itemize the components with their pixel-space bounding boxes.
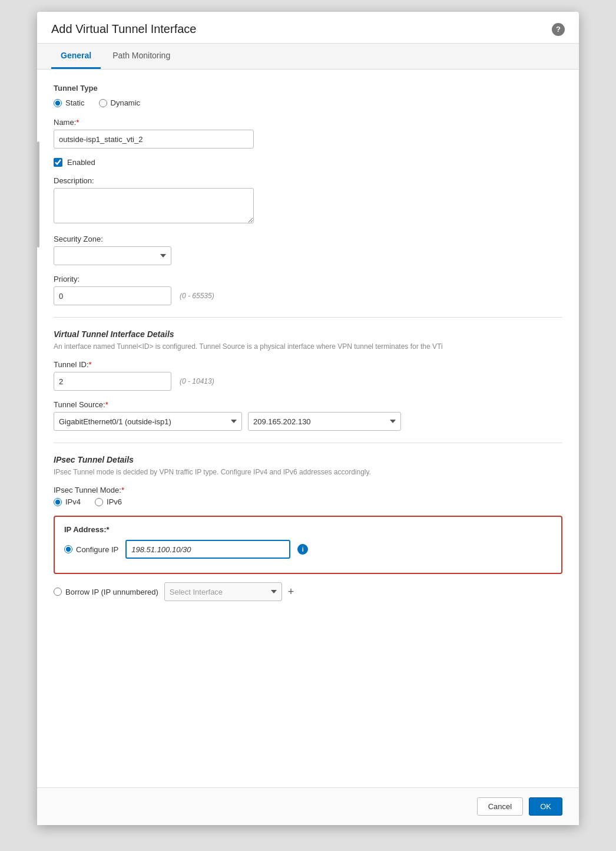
configure-ip-label: Configure IP: [76, 545, 118, 554]
static-radio-item[interactable]: Static: [54, 98, 85, 107]
borrow-ip-row: Borrow IP (IP unnumbered) Select Interfa…: [54, 582, 562, 601]
ipsec-section-title: IPsec Tunnel Details: [54, 455, 562, 464]
tunnel-source-required: *: [105, 400, 108, 409]
security-zone-group: Security Zone:: [54, 235, 562, 265]
tunnel-type-row: Static Dynamic: [54, 98, 562, 107]
enabled-checkbox[interactable]: [54, 158, 62, 167]
description-input[interactable]: [54, 188, 254, 223]
configure-ip-row: Configure IP i: [64, 540, 552, 559]
select-interface-select[interactable]: Select Interface: [164, 582, 282, 601]
tab-path-monitoring[interactable]: Path Monitoring: [103, 44, 180, 69]
tunnel-id-group: Tunnel ID:* (0 - 10413): [54, 360, 562, 391]
tunnel-source-row: GigabitEthernet0/1 (outside-isp1) 209.16…: [54, 412, 562, 431]
dialog-title: Add Virtual Tunnel Interface: [51, 22, 196, 36]
borrow-ip-label: Borrow IP (IP unnumbered): [65, 588, 158, 596]
security-zone-label: Security Zone:: [54, 235, 562, 243]
ipv6-radio-item[interactable]: IPv6: [95, 497, 122, 506]
tunnel-type-group: Tunnel Type Static Dynamic: [54, 84, 562, 107]
add-vti-dialog: Add Virtual Tunnel Interface ? General P…: [37, 12, 579, 825]
ip-address-required: *: [107, 525, 110, 534]
ipv6-label: IPv6: [107, 497, 122, 506]
enabled-row: Enabled: [54, 158, 562, 167]
dynamic-radio-item[interactable]: Dynamic: [99, 98, 141, 107]
tabs-bar: General Path Monitoring: [37, 44, 579, 70]
tab-general[interactable]: General: [51, 44, 101, 69]
configure-ip-radio[interactable]: [64, 545, 72, 553]
ok-button[interactable]: OK: [529, 797, 562, 816]
help-icon[interactable]: ?: [552, 23, 565, 36]
borrow-ip-radio-item[interactable]: Borrow IP (IP unnumbered): [54, 588, 158, 596]
priority-input[interactable]: [54, 286, 171, 305]
ipsec-section-desc: IPsec Tunnel mode is decided by VPN traf…: [54, 468, 562, 476]
cancel-button[interactable]: Cancel: [477, 797, 523, 816]
static-radio[interactable]: [54, 99, 62, 107]
priority-label: Priority:: [54, 275, 562, 283]
divider-2: [54, 443, 562, 443]
name-group: Name:*: [54, 118, 562, 149]
dialog-header: Add Virtual Tunnel Interface ?: [37, 12, 579, 44]
priority-row: (0 - 65535): [54, 286, 562, 305]
name-label: Name:*: [54, 118, 562, 127]
ipsec-mode-label: IPsec Tunnel Mode:*: [54, 486, 562, 494]
tunnel-id-label: Tunnel ID:*: [54, 360, 562, 369]
ipv4-radio-item[interactable]: IPv4: [54, 497, 81, 506]
tunnel-id-required: *: [89, 360, 92, 369]
vti-section-desc: An interface named Tunnel<ID> is configu…: [54, 342, 562, 351]
tunnel-id-row: (0 - 10413): [54, 372, 562, 391]
tunnel-id-input[interactable]: [54, 372, 171, 391]
tunnel-type-label: Tunnel Type: [54, 84, 562, 93]
borrow-ip-radio[interactable]: [54, 588, 62, 596]
security-zone-select[interactable]: [54, 246, 171, 265]
ip-address-section: IP Address:* Configure IP i: [54, 516, 562, 574]
description-label: Description:: [54, 176, 562, 185]
dynamic-radio[interactable]: [99, 99, 107, 107]
ip-info-icon[interactable]: i: [297, 544, 308, 555]
ipv4-label: IPv4: [65, 497, 81, 506]
name-input[interactable]: [54, 130, 254, 149]
tunnel-source-group: Tunnel Source:* GigabitEthernet0/1 (outs…: [54, 400, 562, 431]
divider-1: [54, 317, 562, 318]
dialog-body: Tunnel Type Static Dynamic Name:*: [37, 70, 579, 787]
tunnel-id-hint: (0 - 10413): [180, 377, 214, 385]
dynamic-label: Dynamic: [111, 98, 141, 107]
left-bar: [37, 141, 39, 248]
ip-address-input[interactable]: [125, 540, 290, 559]
configure-ip-radio-item[interactable]: Configure IP: [64, 545, 118, 554]
dialog-footer: Cancel OK: [37, 787, 579, 825]
ipsec-mode-row: IPv4 IPv6: [54, 497, 562, 506]
enabled-label: Enabled: [67, 158, 95, 167]
name-required: *: [76, 118, 79, 127]
vti-section-title: Virtual Tunnel Interface Details: [54, 329, 562, 339]
tunnel-source-label: Tunnel Source:*: [54, 400, 562, 409]
ipv6-radio[interactable]: [95, 498, 103, 506]
tunnel-source-interface-select[interactable]: GigabitEthernet0/1 (outside-isp1): [54, 412, 242, 431]
ipsec-mode-required: *: [121, 486, 124, 494]
static-label: Static: [65, 98, 85, 107]
ipsec-mode-group: IPsec Tunnel Mode:* IPv4 IPv6: [54, 486, 562, 506]
priority-group: Priority: (0 - 65535): [54, 275, 562, 305]
tunnel-source-ip-select[interactable]: 209.165.202.130: [248, 412, 401, 431]
ip-address-label: IP Address:*: [64, 525, 552, 534]
priority-hint: (0 - 65535): [180, 292, 214, 300]
add-interface-icon[interactable]: +: [288, 586, 294, 598]
description-group: Description:: [54, 176, 562, 225]
ipv4-radio[interactable]: [54, 498, 62, 506]
